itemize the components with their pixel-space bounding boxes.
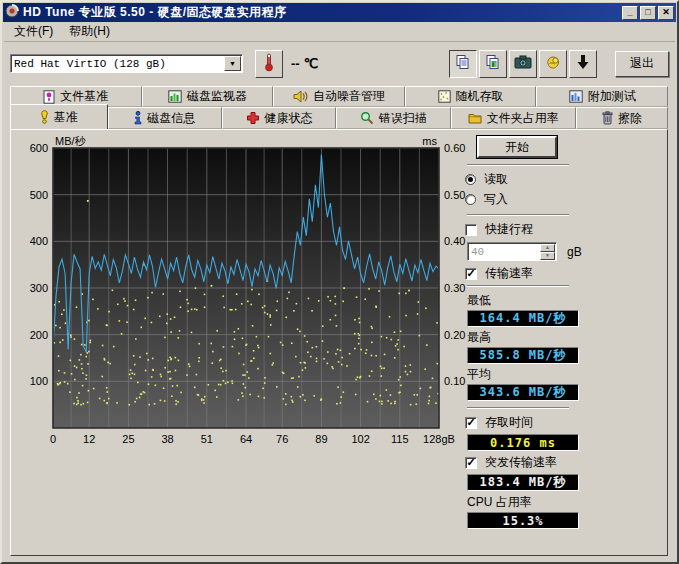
temperature-value: -- [291,56,300,71]
access-time-checkbox[interactable]: ✓ 存取时间 [465,414,661,431]
separator [467,214,569,216]
tab-label: 文件基准 [60,88,108,105]
transfer-rate-checkbox[interactable]: ✓ 传输速率 [465,265,661,282]
donate-hand-icon [545,54,562,74]
short-stroke-checkbox[interactable]: 快捷行程 [465,221,661,238]
radio-unselected-icon [465,194,476,205]
radio-selected-icon [465,174,476,185]
start-button[interactable]: 开始 [477,136,557,158]
spin-down-button[interactable]: ▼ [540,252,555,260]
menu-file[interactable]: 文件(F) [6,21,61,42]
download-arrow-icon [576,54,590,73]
trash-icon [602,111,613,125]
exit-button[interactable]: 退出 [615,51,669,77]
benchmark-icon [40,110,49,124]
copy-text-button[interactable] [449,50,477,78]
thermometer-icon [262,52,276,75]
svg-text:115: 115 [391,433,409,445]
avg-label: 平均 [467,366,661,383]
tab-disk-info[interactable]: 磁盘信息 [108,107,222,129]
tab-disk-monitor[interactable]: 磁盘监视器 [142,86,274,107]
svg-text:38: 38 [161,433,173,445]
titlebar: HD Tune 专业版 5.50 - 硬盘/固态硬盘实用程序 _ □ ✕ [3,3,676,22]
min-speed-display: 164.4 MB/秒 [467,310,579,327]
short-stroke-label: 快捷行程 [485,221,533,238]
tab-erase[interactable]: 擦除 [576,107,668,129]
health-cross-icon [246,111,260,125]
tab-label: 磁盘信息 [147,110,195,127]
benchmark-controls: 开始 读取 写入 快捷行程 40 ▲ ▼ [459,134,661,531]
tab-health[interactable]: 健康状态 [222,107,336,129]
chevron-down-icon[interactable]: ▼ [224,56,241,71]
temperature-unit: ℃ [304,56,319,71]
drive-select[interactable]: Red Hat VirtIO (128 gB) ▼ [10,54,243,73]
max-speed-display: 585.8 MB/秒 [467,347,579,364]
avg-speed-display: 343.6 MB/秒 [467,384,579,401]
tab-label: 擦除 [618,110,642,127]
checkbox-checked-icon: ✓ [465,417,477,429]
svg-text:76: 76 [276,433,288,445]
separator [467,285,569,287]
svg-text:128gB: 128gB [423,433,455,445]
speaker-icon [293,90,308,103]
cpu-usage-label: CPU 占用率 [467,494,661,511]
menu-help[interactable]: 帮助(H) [61,21,118,42]
save-results-button[interactable] [569,50,597,78]
tab-aam[interactable]: 自动噪音管理 [273,86,405,107]
tab-random-access[interactable]: 随机存取 [405,86,537,107]
donate-button[interactable] [539,50,567,78]
tab-extra-tests[interactable]: 附加测试 [536,86,668,107]
tab-label: 随机存取 [456,88,504,105]
magnifier-icon [360,111,374,125]
tab-label: 磁盘监视器 [187,88,247,105]
svg-text:500: 500 [30,189,48,201]
info-icon [134,111,142,125]
write-radio-label: 写入 [484,191,508,208]
svg-text:64: 64 [240,433,252,445]
temperature-button[interactable] [255,50,283,78]
benchmark-chart: MB/秒ms6005004003002001000.600.500.400.30… [13,134,475,467]
extra-tests-icon [569,90,583,103]
separator [467,407,569,409]
copy-icon [455,54,471,73]
svg-text:89: 89 [315,433,327,445]
spin-up-button[interactable]: ▲ [540,244,555,252]
app-icon [5,4,19,21]
svg-text:25: 25 [122,433,134,445]
random-access-icon [438,90,451,103]
disk-monitor-icon [168,90,182,103]
checkbox-unchecked-icon [465,224,477,236]
short-stroke-unit-label: gB [567,245,582,259]
svg-text:ms: ms [422,135,437,147]
write-radio[interactable]: 写入 [465,191,661,208]
drive-select-value: Red Hat VirtIO (128 gB) [11,58,224,70]
file-benchmark-icon [43,90,55,104]
max-label: 最高 [467,329,661,346]
tab-error-scan[interactable]: 错误扫描 [336,107,450,129]
toolbar: Red Hat VirtIO (128 gB) ▼ -- ℃ [4,43,675,84]
copy-image-button[interactable] [479,50,507,78]
cpu-usage-display: 15.3% [467,512,579,529]
svg-text:100: 100 [30,375,48,387]
tab-folder-usage[interactable]: 文件夹占用率 [451,107,577,129]
maximize-button[interactable]: □ [640,6,656,20]
camera-icon [514,55,532,72]
minimize-button[interactable]: _ [622,6,638,20]
burst-rate-checkbox[interactable]: ✓ 突发传输速率 [465,454,661,471]
read-radio[interactable]: 读取 [465,171,661,188]
tab-benchmark[interactable]: 基准 [10,104,108,129]
tab-label: 文件夹占用率 [487,110,559,127]
short-stroke-size-input[interactable]: 40 ▲ ▼ [467,242,557,261]
close-button[interactable]: ✕ [658,6,674,20]
folder-icon [468,112,482,124]
svg-text:12: 12 [83,433,95,445]
window-title: HD Tune 专业版 5.50 - 硬盘/固态硬盘实用程序 [23,4,286,21]
access-time-label: 存取时间 [485,414,533,431]
tab-label: 附加测试 [588,88,636,105]
screenshot-button[interactable] [509,50,537,78]
svg-text:MB/秒: MB/秒 [55,135,87,147]
tab-label: 错误扫描 [379,110,427,127]
checkbox-checked-icon: ✓ [465,268,477,280]
start-button-label: 开始 [505,139,529,156]
svg-text:102: 102 [351,433,369,445]
